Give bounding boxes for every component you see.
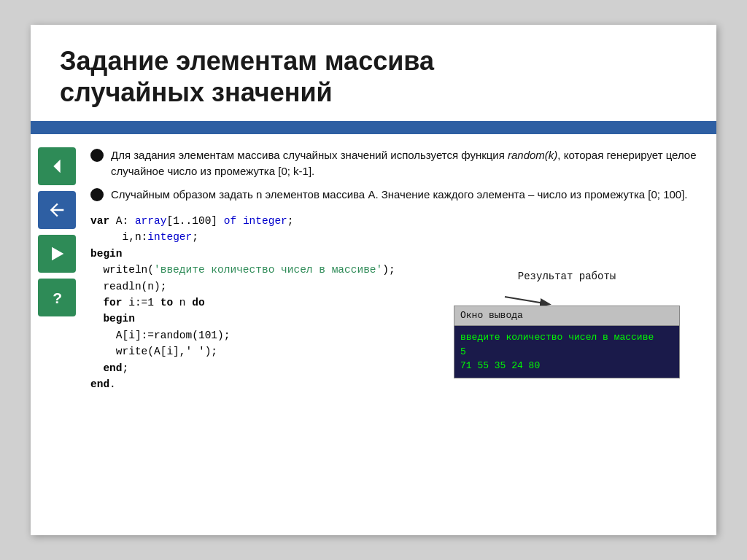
content-area: ? Для задания элементам массива случайны… (31, 147, 716, 392)
blue-bar (31, 121, 716, 134)
bullets: Для задания элементам массива случайных … (90, 147, 702, 202)
output-line-2: 5 (460, 345, 673, 359)
title-line1: Задание элементам массива (60, 46, 434, 76)
left-nav: ? (31, 147, 83, 392)
output-content: введите количество чисел в массиве 5 71 … (454, 326, 679, 378)
svg-marker-1 (52, 247, 63, 261)
output-titlebar: Окно вывода (454, 306, 679, 326)
title-line2: случайных значений (60, 77, 333, 107)
page-title: Задание элементам массива случайных знач… (60, 45, 687, 108)
bullet-text-1: Для задания элементам массива случайных … (111, 147, 702, 179)
bullet-text-2: Случайным образом задать n элементов мас… (111, 187, 702, 203)
play-icon (47, 244, 67, 264)
play-button[interactable] (38, 235, 76, 273)
output-window: Окно вывода введите количество чисел в м… (454, 306, 680, 378)
bullet-dot-2 (90, 188, 104, 201)
return-icon (47, 200, 67, 220)
main-content: Для задания элементам массива случайных … (83, 147, 716, 392)
svg-text:?: ? (53, 290, 62, 307)
code-block: var A: array[1..100] of integer; i,n:int… (90, 213, 702, 393)
code-line-3: begin (90, 246, 702, 262)
slide: Задание элементам массива случайных знач… (31, 25, 716, 535)
bullet-dot-1 (90, 149, 104, 162)
return-button[interactable] (38, 191, 76, 229)
title-area: Задание элементам массива случайных знач… (31, 25, 716, 121)
output-line-1: введите количество чисел в массиве (460, 330, 673, 345)
bullet-item-1: Для задания элементам массива случайных … (90, 147, 702, 179)
output-label: Результат работы (454, 269, 680, 285)
bullet-item-2: Случайным образом задать n элементов мас… (90, 187, 702, 203)
back-icon (47, 156, 67, 176)
svg-marker-0 (53, 160, 60, 174)
arrow-container (454, 288, 680, 306)
help-button[interactable]: ? (38, 279, 76, 316)
help-icon: ? (47, 287, 67, 308)
back-button[interactable] (38, 147, 76, 185)
arrow-icon (498, 288, 556, 306)
output-area: Результат работы Окно вывода (454, 269, 680, 378)
svg-line-3 (505, 297, 549, 304)
code-line-2: i,n:integer; (90, 229, 702, 245)
code-line-1: var A: array[1..100] of integer; (90, 213, 702, 229)
code-line-11: end. (90, 376, 702, 392)
output-line-3: 71 55 35 24 80 (460, 359, 673, 373)
